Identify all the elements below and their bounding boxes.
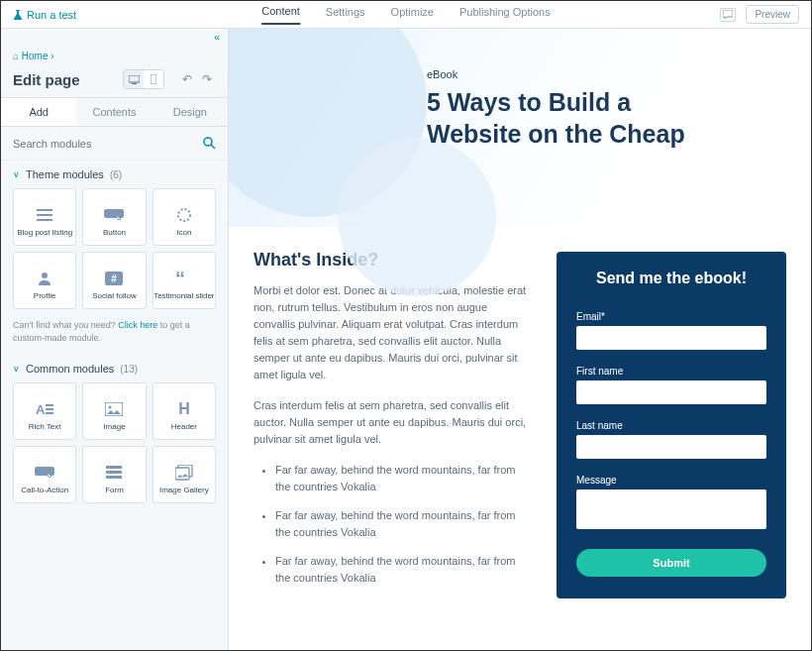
svg-rect-2	[151, 74, 156, 84]
mobile-view-button[interactable]	[144, 70, 163, 88]
tab-content[interactable]: Content	[261, 5, 300, 25]
firstname-input[interactable]	[576, 380, 766, 404]
module-blog-post-listing[interactable]: : : : : :Blog post listing	[13, 188, 76, 246]
svg-point-10	[42, 272, 48, 278]
redo-button[interactable]: ↷	[198, 70, 216, 88]
heading-icon: H	[177, 400, 191, 418]
home-icon: ⌂	[13, 51, 19, 61]
svg-point-3	[204, 138, 212, 146]
module-header[interactable]: : : : : :HHeader	[152, 382, 216, 440]
module-image[interactable]: : : : : :Image	[82, 382, 146, 440]
tab-settings[interactable]: Settings	[326, 6, 365, 24]
svg-rect-8	[104, 209, 124, 218]
list-item: Far far away, behind the word mountains,…	[275, 553, 532, 587]
cta-icon	[35, 464, 54, 482]
message-label: Message	[576, 475, 766, 486]
tab-optimize[interactable]: Optimize	[391, 6, 434, 24]
panel-tab-add[interactable]: Add	[1, 98, 76, 126]
search-icon[interactable]	[203, 137, 216, 150]
top-tabs: Content Settings Optimize Publishing Opt…	[261, 1, 550, 29]
module-cta[interactable]: : : : : :Call-to-Action	[13, 446, 76, 503]
chevron-down-icon: ∨	[13, 169, 20, 179]
button-icon	[104, 206, 124, 224]
page-canvas[interactable]: eBook 5 Ways to Build a Website on the C…	[229, 29, 811, 650]
chevron-right-icon: ›	[51, 51, 53, 61]
lastname-label: Last name	[576, 420, 766, 431]
module-search-input[interactable]	[13, 138, 203, 150]
comment-icon[interactable]	[720, 8, 736, 22]
svg-text:H: H	[178, 402, 190, 416]
firstname-label: First name	[576, 366, 766, 377]
hero-eyebrow: eBook	[427, 68, 811, 80]
list-icon	[37, 206, 52, 224]
hero-section: eBook 5 Ways to Build a Website on the C…	[229, 29, 811, 227]
hero-title: 5 Ways to Build a Website on the Cheap	[427, 86, 724, 150]
module-icon[interactable]: : : : : :Icon	[152, 188, 216, 246]
svg-rect-0	[129, 75, 140, 82]
form-title: Send me the ebook!	[576, 270, 766, 287]
message-input[interactable]	[576, 489, 766, 529]
flask-icon	[13, 10, 23, 20]
device-toggle	[123, 69, 164, 89]
run-test-link[interactable]: Run a test	[13, 9, 76, 21]
svg-text:#: #	[112, 273, 118, 284]
collapse-sidebar-button[interactable]: «	[1, 29, 228, 47]
chevron-down-icon: ∨	[13, 364, 20, 374]
svg-rect-23	[106, 471, 122, 474]
tab-publishing[interactable]: Publishing Options	[459, 6, 551, 24]
lastname-input[interactable]	[576, 435, 766, 459]
module-form[interactable]: : : : : :Form	[82, 446, 146, 503]
svg-rect-7	[37, 219, 52, 221]
desktop-view-button[interactable]	[124, 70, 144, 88]
image-icon	[105, 400, 123, 418]
theme-modules-section[interactable]: ∨ Theme modules (6)	[1, 161, 228, 188]
svg-point-9	[178, 209, 190, 221]
panel-tab-contents[interactable]: Contents	[76, 98, 152, 126]
article-body: What's Inside? Morbi et dolor est. Donec…	[254, 252, 532, 598]
svg-text:A: A	[36, 402, 46, 416]
svg-rect-1	[132, 83, 137, 84]
custom-module-link[interactable]: Click here	[118, 320, 157, 330]
panel-tab-design[interactable]: Design	[152, 98, 228, 126]
svg-rect-5	[37, 209, 52, 211]
desktop-icon	[129, 75, 140, 84]
svg-line-4	[211, 145, 215, 149]
ebook-form: Send me the ebook! Email* First name Las…	[557, 252, 786, 598]
svg-text:“: “	[175, 271, 185, 285]
quote-icon: “	[175, 270, 193, 287]
module-button[interactable]: : : : : :Button	[82, 188, 146, 246]
gallery-icon	[175, 464, 193, 482]
preview-button[interactable]: Preview	[746, 5, 799, 24]
custom-module-hint: Can't find what you need? Click here to …	[1, 319, 228, 355]
mobile-icon	[151, 74, 156, 84]
module-rich-text[interactable]: : : : : :ARich Text	[13, 382, 76, 440]
article-paragraph: Cras interdum felis at sem pharetra, sed…	[254, 397, 532, 448]
form-icon	[106, 464, 122, 482]
hashtag-icon: #	[105, 270, 123, 287]
page-title: Edit page	[13, 71, 115, 88]
undo-button[interactable]: ↶	[178, 70, 196, 88]
person-icon	[38, 270, 51, 287]
svg-rect-6	[37, 214, 52, 216]
module-testimonial-slider[interactable]: : : : : :“Testimonial slider	[152, 252, 216, 309]
list-item: Far far away, behind the word mountains,…	[275, 462, 532, 495]
submit-button[interactable]: Submit	[576, 549, 766, 577]
module-image-gallery[interactable]: : : : : :Image Gallery	[152, 446, 216, 503]
module-profile[interactable]: : : : : :Profile	[13, 252, 76, 309]
text-icon: A	[36, 400, 53, 418]
article-paragraph: Morbi et dolor est. Donec at dolor vehic…	[254, 282, 532, 383]
svg-rect-24	[106, 476, 122, 479]
svg-rect-22	[106, 466, 122, 469]
sidebar: « ⌂ Home › Edit page ↶ ↷ Add Conten	[1, 29, 229, 650]
email-label: Email*	[576, 311, 766, 322]
svg-point-19	[109, 405, 112, 408]
svg-rect-21	[35, 467, 54, 476]
email-input[interactable]	[576, 326, 766, 350]
module-social-follow[interactable]: : : : : :#Social follow	[82, 252, 146, 309]
breadcrumb[interactable]: ⌂ Home ›	[1, 47, 228, 65]
svg-rect-26	[175, 468, 189, 480]
common-modules-section[interactable]: ∨ Common modules (13)	[1, 355, 228, 382]
list-item: Far far away, behind the word mountains,…	[275, 507, 532, 541]
circle-icon	[176, 206, 192, 224]
